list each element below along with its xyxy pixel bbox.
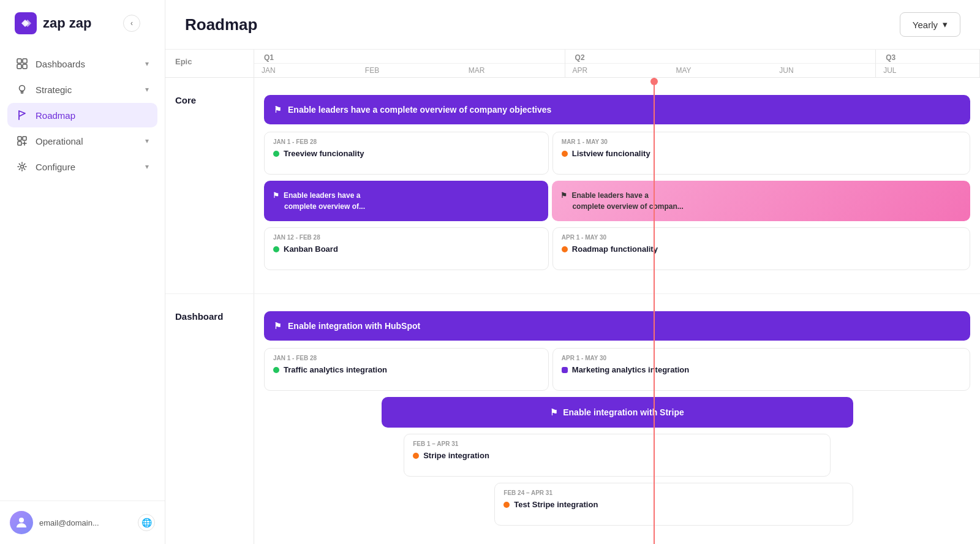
task-traffic[interactable]: JAN 1 - FEB 28 Traffic analytics integra… xyxy=(264,348,549,391)
epic-column-header: Epic xyxy=(165,50,254,77)
roadmap-grid: Epic Q1 JAN FEB MAR Q2 xyxy=(165,50,980,544)
flag-icon-stripe: ⚑ xyxy=(550,407,558,417)
traffic-name: Traffic analytics integration xyxy=(273,365,540,374)
quarter-q1: Q1 JAN FEB MAR xyxy=(254,50,565,77)
lightbulb-icon xyxy=(16,83,28,96)
task-stripe-integration[interactable]: FEB 1 – APR 31 Stripe integration xyxy=(404,434,831,477)
box-icon xyxy=(16,135,28,147)
task-kanban[interactable]: JAN 12 - FEB 28 Kanban Board xyxy=(264,227,549,270)
stripe-tasks-row: FEB 1 – APR 31 Stripe integration xyxy=(262,434,973,477)
task-listview[interactable]: MAR 1 - MAY 30 Listview funcionality xyxy=(552,132,970,175)
grid-icon xyxy=(16,58,28,70)
core-sub-epic-pink[interactable]: ⚑ Enable leaders have a complete overvie… xyxy=(552,181,970,221)
month-jul: JUL xyxy=(876,64,979,77)
svg-rect-7 xyxy=(18,142,21,145)
test-stripe-row: FEB 24 – APR 31 Test Stripe integration xyxy=(262,483,973,526)
flag-icon-sub-pink: ⚑ xyxy=(560,191,567,200)
sidebar-footer: email@domain... 🌐 xyxy=(0,501,165,544)
sub-epic-label-right-2: complete overview of compan... xyxy=(560,202,962,211)
chevron-down-icon: ▾ xyxy=(145,137,149,145)
dot-green xyxy=(273,367,279,373)
dot-orange xyxy=(413,453,419,459)
chevron-down-icon: ▾ xyxy=(943,19,948,30)
grid-body: Core ⚑ Enable leaders have a complete ov… xyxy=(165,78,980,544)
svg-rect-1 xyxy=(23,59,27,63)
month-may: MAY xyxy=(668,64,772,77)
dashboard-timeline: ⚑ Enable integration with HubSpot JAN 1 … xyxy=(254,294,980,544)
sidebar-item-configure[interactable]: Configure ▾ xyxy=(7,154,157,179)
stripe-date: FEB 1 – APR 31 xyxy=(413,440,821,447)
dot-orange-2 xyxy=(503,502,510,508)
svg-rect-2 xyxy=(17,64,21,69)
sidebar-logo-area: zap zap ‹ xyxy=(0,0,165,47)
task-roadmap-func[interactable]: Apr 1 - MAY 30 Roadmap functionality xyxy=(552,227,970,270)
sidebar-item-roadmap-label: Roadmap xyxy=(36,110,75,121)
sub-epic-label-left-2: complete overview of... xyxy=(273,202,540,211)
view-selector-button[interactable]: Yearly ▾ xyxy=(900,12,960,37)
task-test-stripe[interactable]: FEB 24 – APR 31 Test Stripe integration xyxy=(494,483,853,526)
month-feb: FEB xyxy=(358,64,461,77)
sidebar-item-roadmap[interactable]: Roadmap xyxy=(7,103,157,127)
dot-purple xyxy=(562,367,568,373)
chevron-down-icon: ▾ xyxy=(145,162,149,171)
flag-icon xyxy=(16,109,28,121)
sidebar-collapse-button[interactable]: ‹ xyxy=(123,15,140,32)
sidebar-item-dashboards-label: Dashboards xyxy=(36,59,85,69)
treeview-name: Treeview funcionality xyxy=(273,149,540,158)
sidebar-nav: Dashboards ▾ Strategic ▾ Roadmap xyxy=(0,47,165,501)
svg-rect-6 xyxy=(23,137,26,140)
dashboard-task-row: JAN 1 - FEB 28 Traffic analytics integra… xyxy=(262,348,973,391)
listview-date: MAR 1 - MAY 30 xyxy=(562,138,961,145)
dot-orange xyxy=(562,151,568,157)
q3-label: Q3 xyxy=(876,50,979,64)
globe-icon[interactable]: 🌐 xyxy=(138,514,155,531)
task-treeview[interactable]: JAN 1 - FEB 28 Treeview funcionality xyxy=(264,132,549,175)
core-sub-tasks-row: JAN 12 - FEB 28 Kanban Board Apr 1 - MAY… xyxy=(262,227,973,270)
marketing-name: Marketing analytics integration xyxy=(562,365,961,374)
gear-icon xyxy=(16,161,28,173)
page-title: Roadmap xyxy=(185,15,257,34)
chevron-down-icon: ▾ xyxy=(145,59,149,68)
sidebar-item-dashboards[interactable]: Dashboards ▾ xyxy=(7,51,157,76)
core-main-epic[interactable]: ⚑ Enable leaders have a complete overvie… xyxy=(264,95,970,124)
marketing-date: APR 1 - MAY 30 xyxy=(562,355,961,361)
q2-label: Q2 xyxy=(565,50,876,64)
section-dashboard: Dashboard ⚑ Enable integration with HubS… xyxy=(165,294,980,544)
treeview-date: JAN 1 - FEB 28 xyxy=(273,138,540,145)
kanban-name: Kanban Board xyxy=(273,244,540,254)
kanban-date: JAN 12 - FEB 28 xyxy=(273,234,540,241)
core-task-row-1: JAN 1 - FEB 28 Treeview funcionality MAR… xyxy=(262,132,973,175)
svg-rect-0 xyxy=(17,59,21,63)
flag-icon-sub: ⚑ xyxy=(273,191,279,200)
sidebar-item-operational[interactable]: Operational ▾ xyxy=(7,129,157,153)
svg-rect-5 xyxy=(18,137,21,140)
q1-label: Q1 xyxy=(254,50,565,64)
core-epic-label: Enable leaders have a complete overview … xyxy=(288,105,551,115)
traffic-date: JAN 1 - FEB 28 xyxy=(273,355,540,361)
timeline-headers: Q1 JAN FEB MAR Q2 APR MAY JUN xyxy=(254,50,980,77)
roadmap-container[interactable]: Epic Q1 JAN FEB MAR Q2 xyxy=(165,50,980,544)
main-header: Roadmap Yearly ▾ xyxy=(165,0,980,50)
roadmap-func-date: Apr 1 - MAY 30 xyxy=(562,234,961,241)
test-stripe-date: FEB 24 – APR 31 xyxy=(503,489,844,496)
core-sub-epics-row: ⚑ Enable leaders have a complete overvie… xyxy=(262,181,973,221)
stripe-epic-label: Enable integration with Stripe xyxy=(563,407,684,417)
dashboard-main-epic[interactable]: ⚑ Enable integration with HubSpot xyxy=(264,311,970,341)
task-marketing[interactable]: APR 1 - MAY 30 Marketing analytics integ… xyxy=(552,348,970,391)
logo-icon xyxy=(15,12,37,34)
dot-green xyxy=(273,151,279,157)
section-core: Core ⚑ Enable leaders have a complete ov… xyxy=(165,78,980,294)
core-sub-epic-purple[interactable]: ⚑ Enable leaders have a complete overvie… xyxy=(264,181,548,221)
month-jan: JAN xyxy=(254,64,358,77)
svg-point-4 xyxy=(20,86,25,91)
sidebar-item-strategic[interactable]: Strategic ▾ xyxy=(7,77,157,102)
quarter-q2: Q2 APR MAY JUN xyxy=(565,50,876,77)
month-jun: JUN xyxy=(772,64,875,77)
grid-header: Epic Q1 JAN FEB MAR Q2 xyxy=(165,50,980,78)
user-email: email@domain... xyxy=(39,518,132,527)
stripe-sub-epic-row: ⚑ Enable integration with Stripe xyxy=(262,397,973,428)
svg-rect-3 xyxy=(23,64,27,69)
svg-point-9 xyxy=(19,518,24,523)
quarter-q3: Q3 JUL xyxy=(876,50,980,77)
stripe-sub-epic[interactable]: ⚑ Enable integration with Stripe xyxy=(382,397,853,428)
